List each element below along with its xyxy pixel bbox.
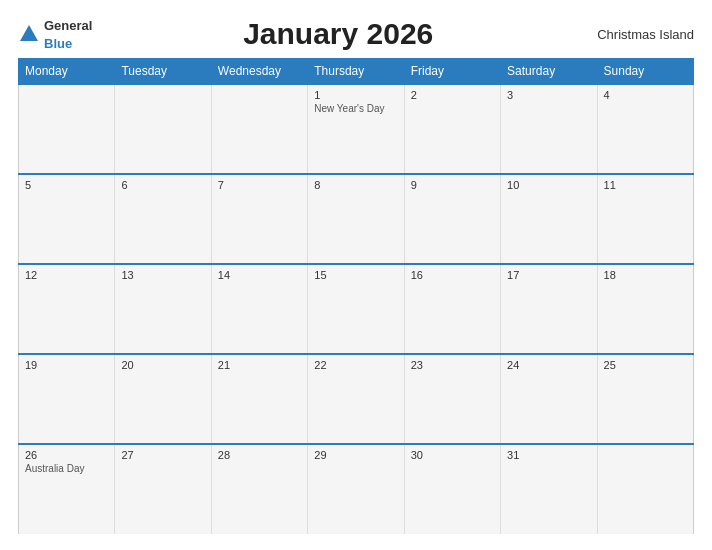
day-number: 25 [604,359,687,371]
day-number: 12 [25,269,108,281]
calendar-cell: 2 [404,84,500,174]
calendar-cell: 6 [115,174,211,264]
day-number: 26 [25,449,108,461]
calendar-cell: 5 [19,174,115,264]
calendar-cell: 4 [597,84,693,174]
week-row-3: 12131415161718 [19,264,694,354]
calendar-cell: 22 [308,354,404,444]
holiday-label: New Year's Day [314,103,397,114]
calendar-cell: 11 [597,174,693,264]
day-number: 5 [25,179,108,191]
logo-blue: Blue [44,36,72,51]
day-number: 9 [411,179,494,191]
day-number: 21 [218,359,301,371]
day-number: 30 [411,449,494,461]
day-number: 4 [604,89,687,101]
calendar-cell: 8 [308,174,404,264]
calendar-cell: 23 [404,354,500,444]
weekday-wednesday: Wednesday [211,59,307,85]
day-number: 27 [121,449,204,461]
day-number: 16 [411,269,494,281]
region-label: Christmas Island [584,27,694,42]
day-number: 2 [411,89,494,101]
calendar-cell: 14 [211,264,307,354]
calendar-cell: 9 [404,174,500,264]
calendar-cell: 24 [501,354,597,444]
calendar-cell [19,84,115,174]
day-number: 6 [121,179,204,191]
calendar-cell: 30 [404,444,500,534]
day-number: 24 [507,359,590,371]
day-number: 10 [507,179,590,191]
calendar-cell: 28 [211,444,307,534]
weekday-saturday: Saturday [501,59,597,85]
calendar-table: MondayTuesdayWednesdayThursdayFridaySatu… [18,58,694,534]
day-number: 20 [121,359,204,371]
day-number: 31 [507,449,590,461]
calendar-cell: 12 [19,264,115,354]
day-number: 17 [507,269,590,281]
logo-text: General Blue [44,16,92,52]
weekday-sunday: Sunday [597,59,693,85]
svg-marker-0 [20,25,38,41]
calendar-cell: 31 [501,444,597,534]
day-number: 14 [218,269,301,281]
weekday-tuesday: Tuesday [115,59,211,85]
logo-general: General [44,18,92,33]
calendar-title: January 2026 [92,17,584,51]
day-number: 11 [604,179,687,191]
week-row-1: 1New Year's Day234 [19,84,694,174]
day-number: 13 [121,269,204,281]
calendar-cell: 7 [211,174,307,264]
calendar-cell [115,84,211,174]
calendar-cell: 25 [597,354,693,444]
calendar-cell: 19 [19,354,115,444]
calendar-cell: 17 [501,264,597,354]
day-number: 7 [218,179,301,191]
day-number: 8 [314,179,397,191]
day-number: 19 [25,359,108,371]
calendar-cell: 21 [211,354,307,444]
day-number: 29 [314,449,397,461]
calendar-cell: 1New Year's Day [308,84,404,174]
week-row-2: 567891011 [19,174,694,264]
calendar-cell: 20 [115,354,211,444]
calendar-cell: 13 [115,264,211,354]
calendar-cell: 27 [115,444,211,534]
day-number: 15 [314,269,397,281]
calendar-cell: 3 [501,84,597,174]
calendar-cell [597,444,693,534]
day-number: 28 [218,449,301,461]
day-number: 18 [604,269,687,281]
calendar-cell: 26Australia Day [19,444,115,534]
logo-icon [18,23,40,45]
day-number: 22 [314,359,397,371]
calendar-cell: 18 [597,264,693,354]
calendar-page: General Blue January 2026 Christmas Isla… [0,0,712,550]
weekday-header-row: MondayTuesdayWednesdayThursdayFridaySatu… [19,59,694,85]
logo: General Blue [18,16,92,52]
holiday-label: Australia Day [25,463,108,474]
day-number: 23 [411,359,494,371]
calendar-cell: 15 [308,264,404,354]
day-number: 1 [314,89,397,101]
week-row-5: 26Australia Day2728293031 [19,444,694,534]
calendar-cell [211,84,307,174]
calendar-cell: 29 [308,444,404,534]
calendar-cell: 10 [501,174,597,264]
calendar-cell: 16 [404,264,500,354]
weekday-monday: Monday [19,59,115,85]
weekday-friday: Friday [404,59,500,85]
week-row-4: 19202122232425 [19,354,694,444]
weekday-thursday: Thursday [308,59,404,85]
header: General Blue January 2026 Christmas Isla… [18,16,694,52]
day-number: 3 [507,89,590,101]
